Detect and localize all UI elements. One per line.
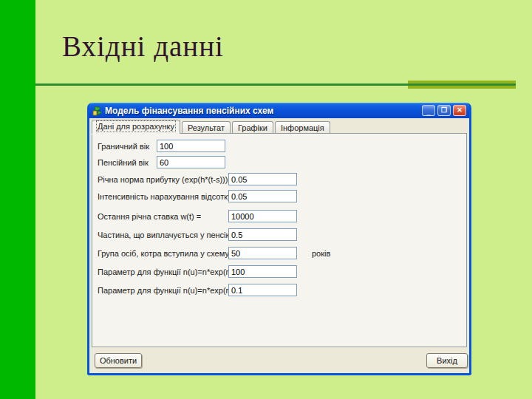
window-title: Модель фінансування пенсійних схем (105, 106, 420, 116)
field-row: Параметр для функції n(u)=n*exp(r*u), r … (98, 284, 463, 297)
field-label: Остання річна ставка w(t) = (98, 212, 201, 221)
tab-2[interactable]: Результат (182, 121, 231, 134)
tab-4[interactable]: Інформація (275, 121, 330, 134)
maximize-icon: ❐ (441, 107, 447, 114)
field-label: Граничний вік (98, 142, 149, 151)
maximize-button[interactable]: ❐ (437, 105, 451, 116)
field-input[interactable] (228, 228, 297, 241)
divider-line (30, 83, 516, 86)
field-label: Пенсійний вік (98, 158, 149, 167)
exit-button[interactable]: Вихід (426, 353, 468, 368)
field-label: Частина, що виплачується у пенсію l = (98, 231, 243, 239)
field-row: Група осіб, котра вступила у схему у віц… (98, 247, 463, 260)
field-input[interactable] (228, 190, 297, 202)
minimize-button[interactable]: _ (422, 105, 435, 116)
tab-page: Граничний вікПенсійний вікРічна норма пр… (92, 133, 467, 347)
field-input[interactable] (228, 265, 297, 278)
field-input[interactable] (228, 284, 297, 296)
field-row: Граничний вік (98, 140, 463, 153)
field-row: Пенсійний вік (98, 156, 463, 169)
field-row: Інтенсивність нарахування відсотку delta… (98, 190, 463, 203)
tab-bar: Дані для розрахункуРезультатГрафікиІнфор… (92, 120, 332, 134)
slide: Вхідні данні Модель фінансування пенсійн… (0, 0, 532, 399)
tab-label: Дані для розрахунку (98, 122, 174, 131)
tab-1[interactable]: Дані для розрахунку (92, 120, 180, 134)
field-row: Остання річна ставка w(t) = (98, 210, 463, 223)
accent-bar (0, 0, 35, 399)
minimize-icon: _ (426, 109, 430, 116)
close-icon: ✕ (457, 107, 463, 114)
tab-label: Інформація (281, 123, 324, 132)
tab-label: Графіки (238, 123, 267, 132)
tab-3[interactable]: Графіки (232, 121, 273, 134)
field-row: Річна норма прибутку (exp(h*(t-s))), h= (98, 173, 463, 186)
close-button[interactable]: ✕ (453, 105, 466, 116)
field-input[interactable] (157, 156, 225, 168)
field-input[interactable] (228, 247, 297, 259)
field-input[interactable] (228, 173, 297, 185)
field-input[interactable] (157, 140, 225, 152)
field-input[interactable] (228, 210, 297, 222)
app-icon (92, 106, 103, 116)
window-title-bar: Модель фінансування пенсійних схем _ ❐ ✕ (89, 103, 469, 118)
field-row: Частина, що виплачується у пенсію l = (98, 228, 463, 242)
update-button[interactable]: Обновити (95, 353, 142, 368)
field-row: Параметр для функції n(u)=n*exp(r*u), n … (98, 265, 463, 279)
tab-label: Результат (188, 123, 225, 132)
app-window: Модель фінансування пенсійних схем _ ❐ ✕… (87, 103, 471, 375)
page-title: Вхідні данні (62, 30, 224, 63)
field-suffix: років (312, 249, 330, 258)
field-label: Річна норма прибутку (exp(h*(t-s))), h= (98, 175, 242, 184)
